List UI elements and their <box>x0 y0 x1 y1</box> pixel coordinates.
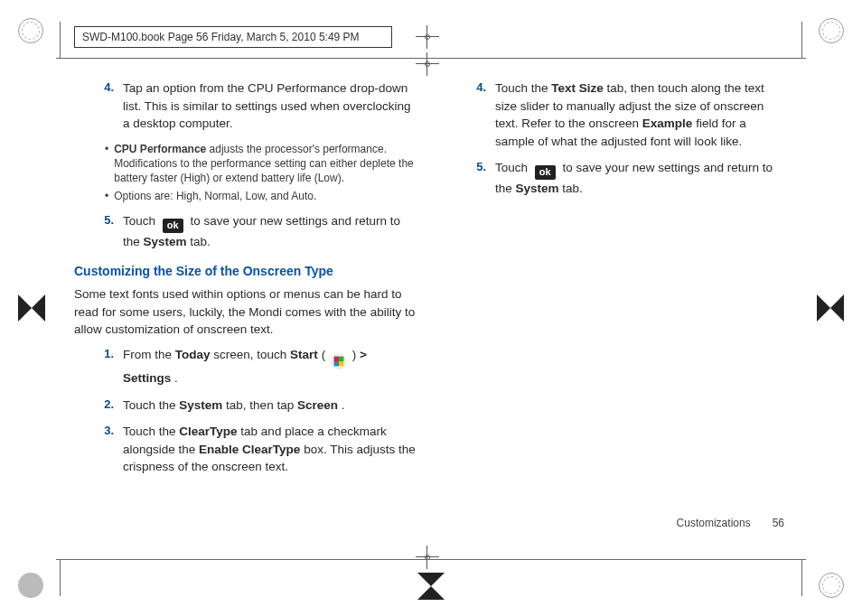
list-number: 5. <box>92 212 114 251</box>
list-item: 2. Touch the System tab, then tap Screen… <box>92 397 416 415</box>
crop-rule <box>801 22 802 58</box>
header-label: SWD-M100.book Page 56 Friday, March 5, 2… <box>82 31 360 43</box>
list-number: 4. <box>92 79 114 133</box>
corner-ornament-tr <box>819 18 844 43</box>
registration-mark <box>416 52 439 76</box>
bullet-item: Options are: High, Normal, Low, and Auto… <box>105 189 416 203</box>
side-mark-right <box>815 293 846 323</box>
bullet-lead: CPU Performance <box>114 143 206 155</box>
header-label-box: SWD-M100.book Page 56 Friday, March 5, 2… <box>74 26 392 48</box>
body-text: Touch the <box>123 398 179 412</box>
body-text: . <box>174 371 178 385</box>
crop-rule <box>801 560 802 596</box>
body-text: Touch <box>495 161 531 174</box>
body-text: ) <box>352 348 360 361</box>
bold-text: > <box>360 348 367 361</box>
bullet-item: CPU Performance adjusts the processor's … <box>105 142 416 186</box>
corner-ornament-tl <box>18 18 43 43</box>
sub-bullet-list: CPU Performance adjusts the processor's … <box>105 142 416 204</box>
body-text: screen, touch <box>213 348 290 361</box>
page-number: 56 <box>773 517 784 529</box>
list-item: 1. From the Today screen, touch Start ( … <box>92 346 416 387</box>
corner-ornament-br <box>819 573 844 598</box>
list-number: 2. <box>92 397 114 415</box>
bold-text: Settings <box>123 371 171 385</box>
ok-icon: ok <box>163 219 183 233</box>
page-footer: Customizations 56 <box>677 517 784 529</box>
section-intro: Some text fonts used within options or m… <box>74 285 416 339</box>
footer-section: Customizations <box>677 517 751 529</box>
list-item: 4. Tap an option from the CPU Performanc… <box>92 79 416 133</box>
list-number: 3. <box>92 423 114 476</box>
list-number: 5. <box>464 159 486 198</box>
bold-text: System <box>144 235 187 248</box>
registration-mark <box>416 25 439 49</box>
body-text: tab. <box>562 182 583 195</box>
svg-marker-2 <box>817 294 830 322</box>
body-text: Touch the <box>495 81 551 95</box>
list-item: 5. Touch ok to save your new settings an… <box>464 159 788 198</box>
right-column: 4. Touch the Text Size tab, then touch a… <box>446 79 788 553</box>
bold-text: Screen <box>297 398 338 412</box>
ok-icon: ok <box>535 165 556 180</box>
crop-rule <box>60 560 61 596</box>
svg-marker-3 <box>830 294 844 322</box>
svg-marker-0 <box>18 294 32 322</box>
body-text: tab, then tap <box>226 398 297 412</box>
list-number: 4. <box>464 79 486 150</box>
left-column: 4. Tap an option from the CPU Performanc… <box>74 79 416 553</box>
body-text: Touch <box>123 214 159 228</box>
bullet-text: Options are: High, Normal, Low, and Auto… <box>114 189 316 203</box>
bold-text: Text Size <box>551 81 604 95</box>
body-text: . <box>342 398 345 412</box>
section-heading: Customizing the Size of the Onscreen Typ… <box>74 262 416 280</box>
svg-marker-4 <box>417 573 445 586</box>
crop-rule <box>56 58 806 59</box>
bold-text: Enable ClearType <box>199 443 300 456</box>
svg-marker-1 <box>32 294 45 322</box>
list-number: 1. <box>92 346 114 387</box>
crop-rule <box>56 559 806 560</box>
corner-ornament-bl <box>18 573 43 598</box>
page-content: 4. Tap an option from the CPU Performanc… <box>74 79 788 553</box>
body-text: ( <box>322 348 326 361</box>
side-mark-left <box>16 293 47 323</box>
side-mark-bottom <box>416 571 446 602</box>
bold-text: System <box>179 398 222 412</box>
windows-start-icon <box>331 353 347 369</box>
list-item: 4. Touch the Text Size tab, then touch a… <box>464 79 788 150</box>
bold-text: Today <box>175 348 211 361</box>
bold-text: System <box>516 182 559 195</box>
body-text: Tap an option from the CPU Performance d… <box>123 81 411 130</box>
bold-text: Example <box>642 117 693 130</box>
bold-text: ClearType <box>179 425 237 438</box>
list-item: 5. Touch ok to save your new settings an… <box>92 212 416 251</box>
body-text: From the <box>123 348 175 361</box>
crop-rule <box>60 22 61 58</box>
body-text: tab. <box>190 235 211 248</box>
bold-text: Start <box>290 348 318 361</box>
body-text: Touch the <box>123 425 179 438</box>
list-item: 3. Touch the ClearType tab and place a c… <box>92 423 416 476</box>
svg-marker-5 <box>417 586 445 600</box>
